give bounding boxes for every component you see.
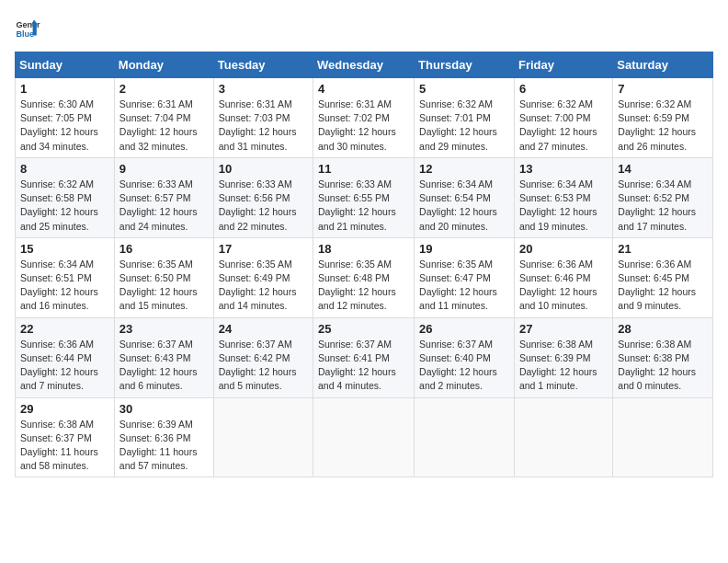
- day-info: Sunrise: 6:32 AM Sunset: 7:01 PM Dayligh…: [419, 98, 509, 154]
- day-info: Sunrise: 6:33 AM Sunset: 6:55 PM Dayligh…: [318, 178, 409, 234]
- day-number: 6: [519, 82, 608, 96]
- day-info: Sunrise: 6:31 AM Sunset: 7:04 PM Dayligh…: [119, 98, 209, 154]
- calendar-cell: 8Sunrise: 6:32 AM Sunset: 6:58 PM Daylig…: [16, 157, 115, 237]
- day-info: Sunrise: 6:32 AM Sunset: 7:00 PM Dayligh…: [519, 98, 608, 154]
- calendar-cell: 21Sunrise: 6:36 AM Sunset: 6:45 PM Dayli…: [613, 237, 713, 317]
- calendar-cell: 19Sunrise: 6:35 AM Sunset: 6:47 PM Dayli…: [415, 237, 515, 317]
- calendar-cell: 23Sunrise: 6:37 AM Sunset: 6:43 PM Dayli…: [114, 317, 213, 397]
- day-number: 26: [419, 322, 509, 336]
- header-wednesday: Wednesday: [313, 52, 415, 78]
- day-info: Sunrise: 6:31 AM Sunset: 7:02 PM Dayligh…: [318, 98, 409, 154]
- day-number: 14: [618, 162, 708, 176]
- week-row-2: 8Sunrise: 6:32 AM Sunset: 6:58 PM Daylig…: [16, 157, 713, 237]
- day-info: Sunrise: 6:38 AM Sunset: 6:38 PM Dayligh…: [618, 338, 708, 394]
- week-row-5: 29Sunrise: 6:38 AM Sunset: 6:37 PM Dayli…: [16, 397, 713, 477]
- day-number: 8: [20, 162, 109, 176]
- day-info: Sunrise: 6:33 AM Sunset: 6:57 PM Dayligh…: [119, 178, 209, 234]
- calendar-cell: 28Sunrise: 6:38 AM Sunset: 6:38 PM Dayli…: [613, 317, 713, 397]
- header-thursday: Thursday: [415, 52, 515, 78]
- day-info: Sunrise: 6:36 AM Sunset: 6:46 PM Dayligh…: [519, 258, 608, 314]
- calendar-cell: 15Sunrise: 6:34 AM Sunset: 6:51 PM Dayli…: [16, 237, 115, 317]
- calendar-cell: 6Sunrise: 6:32 AM Sunset: 7:00 PM Daylig…: [514, 78, 612, 158]
- calendar-cell: 27Sunrise: 6:38 AM Sunset: 6:39 PM Dayli…: [514, 317, 612, 397]
- day-number: 5: [419, 82, 509, 96]
- day-info: Sunrise: 6:37 AM Sunset: 6:42 PM Dayligh…: [219, 338, 308, 394]
- day-info: Sunrise: 6:37 AM Sunset: 6:40 PM Dayligh…: [419, 338, 509, 394]
- calendar-cell: 3Sunrise: 6:31 AM Sunset: 7:03 PM Daylig…: [213, 78, 313, 158]
- day-info: Sunrise: 6:38 AM Sunset: 6:39 PM Dayligh…: [519, 338, 608, 394]
- calendar-header-row: SundayMondayTuesdayWednesdayThursdayFrid…: [16, 52, 713, 78]
- day-number: 16: [119, 242, 209, 256]
- day-number: 4: [318, 82, 409, 96]
- calendar-cell: 20Sunrise: 6:36 AM Sunset: 6:46 PM Dayli…: [514, 237, 612, 317]
- header-saturday: Saturday: [613, 52, 713, 78]
- week-row-4: 22Sunrise: 6:36 AM Sunset: 6:44 PM Dayli…: [16, 317, 713, 397]
- day-number: 13: [519, 162, 608, 176]
- calendar-cell: [213, 397, 313, 477]
- day-number: 10: [219, 162, 308, 176]
- calendar-table: SundayMondayTuesdayWednesdayThursdayFrid…: [15, 52, 713, 477]
- day-info: Sunrise: 6:37 AM Sunset: 6:41 PM Dayligh…: [318, 338, 409, 394]
- day-info: Sunrise: 6:35 AM Sunset: 6:49 PM Dayligh…: [219, 258, 308, 314]
- day-number: 3: [219, 82, 308, 96]
- day-number: 2: [119, 82, 209, 96]
- day-number: 11: [318, 162, 409, 176]
- day-number: 15: [20, 242, 109, 256]
- header-tuesday: Tuesday: [213, 52, 313, 78]
- calendar-cell: 10Sunrise: 6:33 AM Sunset: 6:56 PM Dayli…: [213, 157, 313, 237]
- week-row-3: 15Sunrise: 6:34 AM Sunset: 6:51 PM Dayli…: [16, 237, 713, 317]
- day-number: 25: [318, 322, 409, 336]
- calendar-cell: [514, 397, 612, 477]
- header-monday: Monday: [114, 52, 213, 78]
- calendar-cell: 16Sunrise: 6:35 AM Sunset: 6:50 PM Dayli…: [114, 237, 213, 317]
- day-number: 1: [20, 82, 109, 96]
- day-info: Sunrise: 6:39 AM Sunset: 6:36 PM Dayligh…: [119, 418, 209, 474]
- calendar-cell: 22Sunrise: 6:36 AM Sunset: 6:44 PM Dayli…: [16, 317, 115, 397]
- day-number: 24: [219, 322, 308, 336]
- day-number: 20: [519, 242, 608, 256]
- day-number: 18: [318, 242, 409, 256]
- week-row-1: 1Sunrise: 6:30 AM Sunset: 7:05 PM Daylig…: [16, 78, 713, 158]
- calendar-cell: 26Sunrise: 6:37 AM Sunset: 6:40 PM Dayli…: [415, 317, 515, 397]
- calendar-cell: 12Sunrise: 6:34 AM Sunset: 6:54 PM Dayli…: [415, 157, 515, 237]
- day-info: Sunrise: 6:37 AM Sunset: 6:43 PM Dayligh…: [119, 338, 209, 394]
- day-number: 28: [618, 322, 708, 336]
- calendar-cell: 24Sunrise: 6:37 AM Sunset: 6:42 PM Dayli…: [213, 317, 313, 397]
- day-number: 29: [20, 402, 109, 416]
- day-info: Sunrise: 6:34 AM Sunset: 6:52 PM Dayligh…: [618, 178, 708, 234]
- day-info: Sunrise: 6:31 AM Sunset: 7:03 PM Dayligh…: [219, 98, 308, 154]
- calendar-cell: 13Sunrise: 6:34 AM Sunset: 6:53 PM Dayli…: [514, 157, 612, 237]
- svg-text:Blue: Blue: [16, 29, 34, 39]
- day-info: Sunrise: 6:32 AM Sunset: 6:59 PM Dayligh…: [618, 98, 708, 154]
- day-info: Sunrise: 6:33 AM Sunset: 6:56 PM Dayligh…: [219, 178, 308, 234]
- calendar-body: 1Sunrise: 6:30 AM Sunset: 7:05 PM Daylig…: [16, 78, 713, 477]
- day-number: 21: [618, 242, 708, 256]
- day-info: Sunrise: 6:34 AM Sunset: 6:53 PM Dayligh…: [519, 178, 608, 234]
- calendar-cell: 1Sunrise: 6:30 AM Sunset: 7:05 PM Daylig…: [16, 78, 115, 158]
- calendar-cell: 2Sunrise: 6:31 AM Sunset: 7:04 PM Daylig…: [114, 78, 213, 158]
- day-number: 30: [119, 402, 209, 416]
- day-number: 27: [519, 322, 608, 336]
- calendar-cell: 18Sunrise: 6:35 AM Sunset: 6:48 PM Dayli…: [313, 237, 415, 317]
- calendar-cell: 5Sunrise: 6:32 AM Sunset: 7:01 PM Daylig…: [415, 78, 515, 158]
- svg-text:General: General: [16, 20, 40, 29]
- day-info: Sunrise: 6:36 AM Sunset: 6:44 PM Dayligh…: [20, 338, 109, 394]
- calendar-cell: 25Sunrise: 6:37 AM Sunset: 6:41 PM Dayli…: [313, 317, 415, 397]
- day-number: 19: [419, 242, 509, 256]
- day-number: 12: [419, 162, 509, 176]
- calendar-cell: 29Sunrise: 6:38 AM Sunset: 6:37 PM Dayli…: [16, 397, 115, 477]
- calendar-cell: 17Sunrise: 6:35 AM Sunset: 6:49 PM Dayli…: [213, 237, 313, 317]
- page-header: General Blue: [15, 15, 713, 40]
- day-info: Sunrise: 6:34 AM Sunset: 6:54 PM Dayligh…: [419, 178, 509, 234]
- day-number: 9: [119, 162, 209, 176]
- day-info: Sunrise: 6:36 AM Sunset: 6:45 PM Dayligh…: [618, 258, 708, 314]
- day-number: 22: [20, 322, 109, 336]
- header-friday: Friday: [514, 52, 612, 78]
- calendar-cell: 9Sunrise: 6:33 AM Sunset: 6:57 PM Daylig…: [114, 157, 213, 237]
- day-info: Sunrise: 6:35 AM Sunset: 6:48 PM Dayligh…: [318, 258, 409, 314]
- day-info: Sunrise: 6:30 AM Sunset: 7:05 PM Dayligh…: [20, 98, 109, 154]
- logo: General Blue: [15, 15, 40, 40]
- calendar-cell: [313, 397, 415, 477]
- calendar-cell: 7Sunrise: 6:32 AM Sunset: 6:59 PM Daylig…: [613, 78, 713, 158]
- day-info: Sunrise: 6:34 AM Sunset: 6:51 PM Dayligh…: [20, 258, 109, 314]
